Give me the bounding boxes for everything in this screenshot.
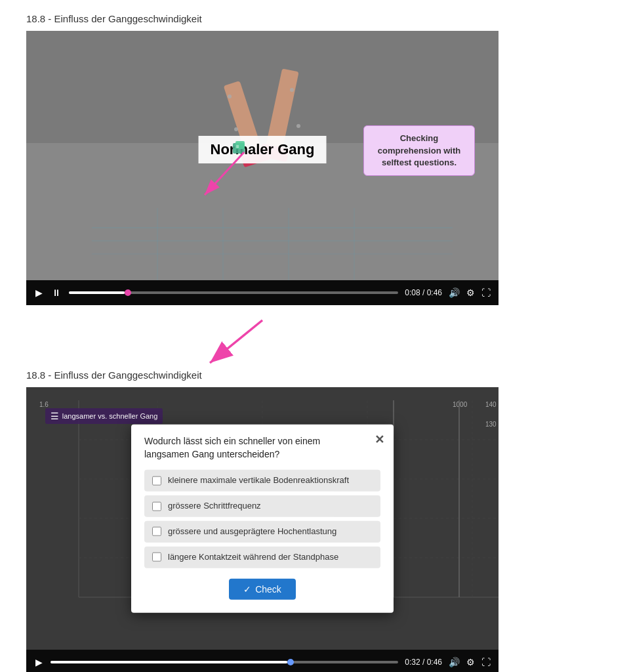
progress-dot	[125, 289, 131, 296]
svg-text:1.6: 1.6	[39, 401, 49, 408]
quiz-option-text-4: längere Kontaktzeit während der Standpha…	[168, 551, 338, 562]
interactive-label: ☰ langsamer vs. schneller Gang	[45, 408, 163, 424]
section1-title: 18.8 - Einfluss der Ganggeschwindigkeit	[26, 13, 605, 24]
progress-bar[interactable]	[69, 291, 398, 294]
video1-bg: Normaler Gang Checking comprehension wit…	[26, 31, 499, 280]
quiz-modal: ✕ Wodurch lässt sich ein schneller von e…	[131, 425, 394, 613]
svg-point-8	[296, 124, 300, 128]
quiz-option-4[interactable]: längere Kontaktzeit während der Standpha…	[144, 546, 380, 568]
video2-settings-icon[interactable]: ⚙	[466, 657, 475, 667]
video1-content[interactable]: Normaler Gang Checking comprehension wit…	[26, 31, 499, 280]
svg-line-22	[210, 320, 262, 363]
quiz-checkbox-1[interactable]	[152, 476, 161, 485]
video2-time-display: 0:32 / 0:46	[405, 658, 442, 667]
svg-text:130: 130	[485, 421, 497, 428]
quiz-option-1[interactable]: kleinere maximale vertikale Bodenreaktio…	[144, 470, 380, 492]
svg-point-7	[290, 88, 294, 92]
quiz-option-2[interactable]: grössere Schrittfrequenz	[144, 495, 380, 517]
video2-volume-icon[interactable]: 🔊	[449, 657, 460, 667]
quiz-option-text-2: grössere Schrittfrequenz	[168, 501, 261, 512]
video2-fullscreen-icon[interactable]: ⛶	[481, 657, 491, 667]
volume-icon[interactable]: 🔊	[449, 287, 460, 298]
quiz-option-text-1: kleinere maximale vertikale Bodenreaktio…	[168, 475, 349, 486]
video2-content[interactable]: 1.6 1000 140 130 ☰ langsamer vs. schnell…	[26, 387, 499, 650]
video2-controls: ▶ 0:32 / 0:46 🔊 ⚙ ⛶	[26, 650, 499, 672]
video2-progress-dot	[287, 659, 294, 665]
page-container: 18.8 - Einfluss der Ganggeschwindigkeit	[0, 0, 631, 672]
section-arrow-svg	[157, 317, 354, 369]
check-icon: ✓	[243, 583, 251, 594]
play-button[interactable]: ▶	[34, 287, 44, 298]
video2-play-button[interactable]: ▶	[34, 657, 44, 667]
section2-title: 18.8 - Einfluss der Ganggeschwindigkeit	[26, 369, 605, 381]
settings-icon[interactable]: ⚙	[466, 287, 475, 298]
svg-point-6	[234, 127, 238, 131]
quiz-question: Wodurch lässt sich ein schneller von ein…	[144, 435, 380, 461]
svg-text:140: 140	[485, 401, 497, 408]
tooltip-bubble: Checking comprehension with selftest que…	[363, 125, 475, 176]
fullscreen-icon[interactable]: ⛶	[481, 287, 491, 298]
quiz-option-text-3: grössere und ausgeprägtere Hochentlastun…	[168, 526, 336, 537]
svg-line-20	[205, 152, 244, 195]
video2-progress-fill	[51, 661, 287, 663]
quiz-checkbox-3[interactable]	[152, 527, 161, 536]
pause-button[interactable]: ⏸	[51, 287, 62, 298]
video1-controls: ▶ ⏸ 0:08 / 0:46 🔊 ⚙ ⛶	[26, 280, 499, 305]
time-display: 0:08 / 0:46	[405, 288, 442, 297]
quiz-close-button[interactable]: ✕	[375, 432, 384, 447]
quiz-checkbox-2[interactable]	[152, 501, 161, 511]
quiz-check-button[interactable]: ✓ Check	[229, 578, 296, 599]
video2-progress-bar[interactable]	[51, 661, 398, 663]
svg-point-5	[228, 94, 232, 98]
pink-arrow-svg	[192, 146, 270, 211]
video2-wrapper: 1.6 1000 140 130 ☰ langsamer vs. schnell…	[26, 387, 499, 672]
progress-fill	[69, 291, 125, 294]
svg-text:1000: 1000	[453, 401, 468, 408]
quiz-checkbox-4[interactable]	[152, 553, 161, 562]
quiz-option-3[interactable]: grössere und ausgeprägtere Hochentlastun…	[144, 521, 380, 543]
video1-wrapper: Normaler Gang Checking comprehension wit…	[26, 31, 499, 305]
